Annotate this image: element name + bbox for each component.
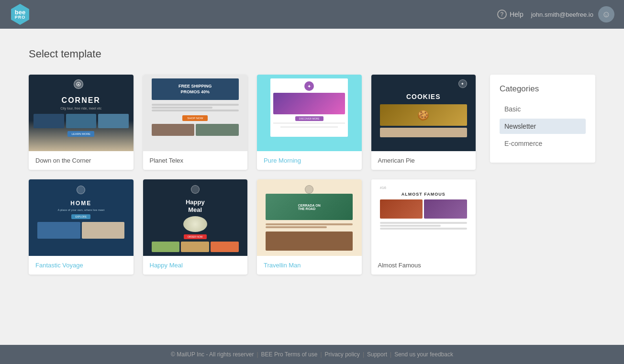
thumb-famous-img1 — [380, 199, 423, 219]
page-title: Select template — [29, 48, 595, 60]
thumb-voyage-img1 — [37, 222, 80, 239]
thumb-famous-bg: #16 ALMOST FAMOUS — [371, 179, 476, 256]
thumb-pie-icon: ✦ — [458, 79, 467, 88]
thumb-planet-text — [152, 103, 239, 112]
thumb-morning-bg: ✦ DISCOVER MORE — [257, 75, 362, 151]
thumb-voyage-img2 — [82, 222, 125, 239]
template-card-fantastic-voyage[interactable]: HOME A place of your own, where live mee… — [29, 179, 134, 275]
tl2 — [266, 226, 327, 228]
svg-text:✦: ✦ — [77, 83, 80, 86]
sidebar: Categories Basic Newsletter E-commerce — [490, 75, 595, 275]
thumb-meal-bg: HappyMeal ORDER NOW — [143, 179, 248, 256]
template-label-fantastic-voyage: Fantastic Voyage — [29, 256, 134, 275]
thumb-voyage-bg: HOME A place of your own, where live mee… — [29, 179, 134, 256]
thumb-corner-images — [33, 114, 129, 128]
thumb-morning-inner: ✦ DISCOVER MORE — [270, 78, 348, 137]
template-card-happy-meal[interactable]: HappyMeal ORDER NOW Happy Meal — [143, 179, 248, 275]
template-card-travellin-man[interactable]: CERRADA ONTHE ROAD Travellin Man — [257, 179, 362, 275]
thumb-pie-bottom — [380, 128, 467, 137]
thumb-morning-img — [273, 93, 345, 114]
thumbnail-fantastic-voyage: HOME A place of your own, where live mee… — [29, 179, 134, 256]
template-card-almost-famous[interactable]: #16 ALMOST FAMOUS Almost Famous — [371, 179, 476, 275]
categories-title: Categories — [500, 84, 586, 94]
template-label-happy-meal: Happy Meal — [143, 256, 248, 275]
thumb-meal-foods — [152, 242, 239, 252]
footer-link-feedback[interactable]: Send us your feedback — [394, 351, 453, 358]
thumb-meal-title: HappyMeal — [186, 199, 205, 213]
thumb-famous-imgs — [380, 199, 467, 219]
header-right: ? Help john.smith@beefree.io ☺ — [497, 6, 614, 22]
help-button[interactable]: ? Help — [497, 10, 524, 19]
footer-link-privacy[interactable]: Privacy policy — [325, 351, 360, 358]
template-card-american-pie[interactable]: ✦ COOKIES 🍪 American Pie — [371, 75, 476, 170]
template-label-travellin-man: Travellin Man — [257, 256, 362, 275]
thumbnail-pure-morning: ✦ DISCOVER MORE — [257, 75, 362, 151]
thumb-travel-img: CERRADA ONTHE ROAD — [266, 194, 353, 220]
thumb-planet-banner: FREE SHIPPINGPROMOS 40% — [152, 78, 239, 100]
thumb-planet-btn: SHOP NOW — [182, 115, 208, 121]
thumb-morning-btn: DISCOVER MORE — [295, 116, 323, 121]
fl2 — [380, 225, 441, 227]
template-label-pure-morning: Pure Morning — [257, 151, 362, 170]
thumb-small-2 — [196, 124, 239, 136]
line1 — [152, 104, 239, 106]
thumb-img-1 — [33, 114, 64, 128]
thumb-meal-plate — [183, 216, 207, 232]
template-card-down-on-corner[interactable]: ✦ CORNER City tour, free ride, meet etc … — [29, 75, 134, 170]
thumbnail-travellin-man: CERRADA ONTHE ROAD — [257, 179, 362, 256]
thumbnail-almost-famous: #16 ALMOST FAMOUS — [371, 179, 476, 256]
user-info[interactable]: john.smith@beefree.io ☺ — [531, 6, 614, 22]
fl1 — [380, 222, 467, 224]
sidebar-item-ecommerce[interactable]: E-commerce — [500, 136, 586, 151]
thumb-planet-bg: FREE SHIPPINGPROMOS 40% SHOP NOW — [143, 75, 248, 151]
thumb-morning-icon: ✦ — [304, 81, 314, 91]
thumb-small-1 — [152, 124, 195, 136]
avatar: ☺ — [598, 6, 614, 22]
line2 — [152, 107, 213, 109]
thumbnail-planet-telex: FREE SHIPPINGPROMOS 40% SHOP NOW — [143, 75, 248, 151]
template-label-planet-telex: Planet Telex — [143, 151, 248, 170]
line-b — [280, 126, 338, 128]
thumb-famous-img2 — [424, 199, 467, 219]
footer-link-support[interactable]: Support — [367, 351, 387, 358]
thumb-voyage-icon — [77, 186, 85, 194]
thumb-meal-icon — [191, 185, 200, 194]
template-label-down-on-corner: Down on the Corner — [29, 151, 134, 170]
thumb-img-2 — [66, 114, 97, 128]
help-label: Help — [510, 11, 524, 18]
thumb-corner-title: CORNER — [62, 96, 100, 105]
user-email: john.smith@beefree.io — [531, 11, 593, 18]
sidebar-item-basic[interactable]: Basic — [500, 101, 586, 117]
thumb-famous-text — [380, 221, 467, 231]
footer-copyright: © MailUP Inc - All rights reserver — [171, 351, 254, 358]
template-card-planet-telex[interactable]: FREE SHIPPINGPROMOS 40% SHOP NOW — [143, 75, 248, 170]
tl1 — [266, 223, 353, 225]
footer-link-terms[interactable]: BEE Pro Terms of use — [261, 351, 318, 358]
thumb-img-3 — [98, 114, 129, 128]
thumb-meal-btn: ORDER NOW — [184, 234, 207, 239]
thumb-pie-bg: ✦ COOKIES 🍪 — [371, 75, 476, 151]
logo-text-pro: PRO — [15, 15, 26, 20]
content-area: ✦ CORNER City tour, free ride, meet etc … — [29, 75, 595, 275]
thumb-voyage-text: A place of your own, where live meet — [53, 209, 109, 211]
template-label-american-pie: American Pie — [371, 151, 476, 170]
thumb-corner-bg: ✦ CORNER City tour, free ride, meet etc … — [29, 75, 134, 151]
thumbnail-down-on-corner: ✦ CORNER City tour, free ride, meet etc … — [29, 75, 134, 151]
thumb-famous-num: #16 — [380, 186, 386, 190]
thumb-famous-title: ALMOST FAMOUS — [401, 192, 446, 197]
template-card-pure-morning[interactable]: ✦ DISCOVER MORE Pure Morning — [257, 75, 362, 170]
food2 — [181, 242, 209, 252]
food1 — [152, 242, 180, 252]
help-icon: ? — [497, 10, 507, 19]
logo[interactable]: bee PRO — [10, 4, 31, 25]
food3 — [211, 242, 239, 252]
thumb-travel-icon — [305, 185, 313, 194]
sidebar-item-newsletter[interactable]: Newsletter — [500, 119, 586, 134]
thumb-planet-imgs — [152, 124, 239, 136]
thumb-voyage-btn: EXPLORE — [71, 214, 90, 219]
main-content: Select template ✦ CORNER City tour, free… — [0, 29, 624, 345]
header: bee PRO ? Help john.smith@beefree.io ☺ — [0, 0, 624, 29]
thumb-travel-text — [266, 222, 353, 229]
line-a — [273, 122, 345, 124]
thumb-pie-title: COOKIES — [406, 93, 441, 100]
